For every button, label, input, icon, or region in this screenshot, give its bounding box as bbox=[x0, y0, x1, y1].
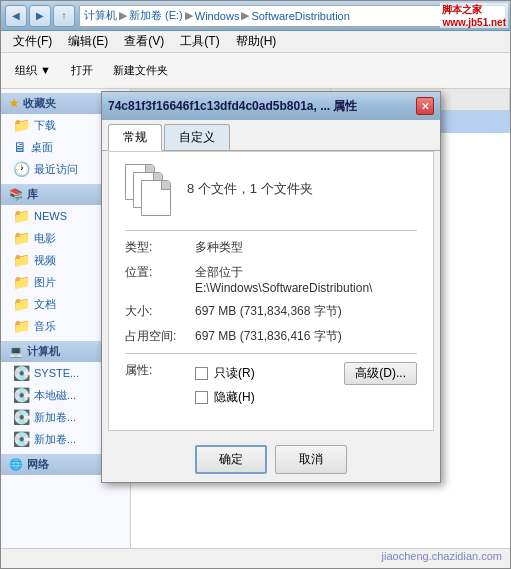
type-value: 多种类型 bbox=[195, 239, 417, 256]
dialog-buttons: 确定 取消 bbox=[102, 437, 440, 482]
tab-custom[interactable]: 自定义 bbox=[164, 124, 230, 150]
disksize-label: 占用空间: bbox=[125, 328, 195, 345]
dialog-tabs: 常规 自定义 bbox=[102, 120, 440, 151]
ok-button[interactable]: 确定 bbox=[195, 445, 267, 474]
hidden-row: 隐藏(H) bbox=[195, 389, 417, 406]
location-label: 位置: bbox=[125, 264, 195, 281]
dialog-title: 74c81f3f16646f1c13dfd4c0ad5b801a, ... 属性 bbox=[108, 98, 357, 115]
location-value: 全部位于 E:\Windows\SoftwareDistribution\ bbox=[195, 264, 417, 295]
size-label: 大小: bbox=[125, 303, 195, 320]
attributes-section: 只读(R) 高级(D)... 隐藏(H) bbox=[195, 362, 417, 410]
prop-location-row: 位置: 全部位于 E:\Windows\SoftwareDistribution… bbox=[125, 264, 417, 295]
dialog-icon-row: 8 个文件，1 个文件夹 bbox=[125, 164, 417, 214]
dialog-overlay: 74c81f3f16646f1c13dfd4c0ad5b801a, ... 属性… bbox=[1, 1, 510, 568]
hidden-label: 隐藏(H) bbox=[214, 389, 255, 406]
readonly-row: 只读(R) 高级(D)... bbox=[195, 362, 417, 385]
prop-disksize-row: 占用空间: 697 MB (731,836,416 字节) bbox=[125, 328, 417, 345]
dialog-title-bar: 74c81f3f16646f1c13dfd4c0ad5b801a, ... 属性… bbox=[102, 92, 440, 120]
properties-dialog: 74c81f3f16646f1c13dfd4c0ad5b801a, ... 属性… bbox=[101, 91, 441, 483]
readonly-label: 只读(R) bbox=[214, 365, 255, 382]
readonly-checkbox[interactable] bbox=[195, 367, 208, 380]
hidden-checkbox[interactable] bbox=[195, 391, 208, 404]
disksize-value: 697 MB (731,836,416 字节) bbox=[195, 328, 417, 345]
divider-1 bbox=[125, 230, 417, 231]
advanced-button[interactable]: 高级(D)... bbox=[344, 362, 417, 385]
prop-size-row: 大小: 697 MB (731,834,368 字节) bbox=[125, 303, 417, 320]
file-count-label: 8 个文件，1 个文件夹 bbox=[187, 180, 313, 198]
tab-general[interactable]: 常规 bbox=[108, 124, 162, 151]
divider-2 bbox=[125, 353, 417, 354]
attributes-label: 属性: bbox=[125, 362, 195, 379]
prop-type-row: 类型: 多种类型 bbox=[125, 239, 417, 256]
explorer-window: ◀ ▶ ↑ 计算机 ▶ 新加卷 (E:) ▶ Windows ▶ Softwar… bbox=[0, 0, 511, 569]
type-label: 类型: bbox=[125, 239, 195, 256]
cancel-button[interactable]: 取消 bbox=[275, 445, 347, 474]
dialog-content: 8 个文件，1 个文件夹 类型: 多种类型 位置: 全部位于 E:\Window… bbox=[108, 151, 434, 431]
attributes-row: 属性: 只读(R) 高级(D)... 隐藏(H) bbox=[125, 362, 417, 410]
dialog-close-button[interactable]: ✕ bbox=[416, 97, 434, 115]
size-value: 697 MB (731,834,368 字节) bbox=[195, 303, 417, 320]
icon-stack-3 bbox=[141, 180, 171, 216]
multi-file-icon bbox=[125, 164, 175, 214]
